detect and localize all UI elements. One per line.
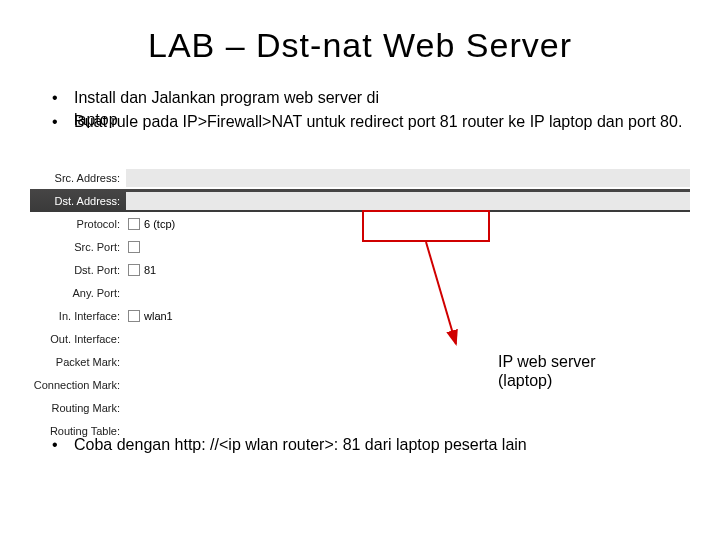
field-connection-mark[interactable] xyxy=(126,376,690,394)
bullet-list: Install dan Jalankan program web server … xyxy=(30,87,690,132)
bottom-bullet-list: Coba dengan http: //<ip wlan router>: 81… xyxy=(50,436,527,454)
label-dst-address: Dst. Address: xyxy=(30,195,126,207)
label-routing-mark: Routing Mark: xyxy=(30,402,126,414)
callout-ip-webserver: IP web server (laptop) xyxy=(498,352,596,390)
invert-checkbox[interactable] xyxy=(128,310,140,322)
value-in-interface[interactable]: wlan1 xyxy=(144,310,173,322)
bullet-3: Coba dengan http: //<ip wlan router>: 81… xyxy=(50,436,527,454)
label-routing-table: Routing Table: xyxy=(30,425,126,437)
row-any-port: Any. Port: xyxy=(30,281,690,304)
row-out-interface: Out. Interface: xyxy=(30,327,690,350)
bullet-3-text: Coba dengan http: //<ip wlan router>: 81… xyxy=(74,436,527,453)
row-in-interface: In. Interface: wlan1 xyxy=(30,304,690,327)
field-any-port[interactable] xyxy=(126,284,690,302)
bullet-1-line1: Install dan Jalankan program web server … xyxy=(74,89,379,106)
invert-checkbox[interactable] xyxy=(128,264,140,276)
row-dst-address: Dst. Address: xyxy=(30,189,690,212)
field-routing-mark[interactable] xyxy=(126,399,690,417)
row-protocol: Protocol: 6 (tcp) xyxy=(30,212,690,235)
callout-line1: IP web server xyxy=(498,352,596,371)
label-protocol: Protocol: xyxy=(30,218,126,230)
bullet-2-text: Buat rule pada IP>Firewall>NAT untuk red… xyxy=(74,113,682,130)
invert-checkbox[interactable] xyxy=(128,241,140,253)
label-src-address: Src. Address: xyxy=(30,172,126,184)
row-dst-port: Dst. Port: 81 xyxy=(30,258,690,281)
nat-form-screenshot: Src. Address: Dst. Address: Protocol: 6 … xyxy=(30,166,690,396)
label-connection-mark: Connection Mark: xyxy=(30,379,126,391)
bullet-2: Buat rule pada IP>Firewall>NAT untuk red… xyxy=(50,111,690,133)
label-out-interface: Out. Interface: xyxy=(30,333,126,345)
invert-checkbox[interactable] xyxy=(128,218,140,230)
row-src-address: Src. Address: xyxy=(30,166,690,189)
field-src-address[interactable] xyxy=(126,169,690,187)
value-protocol[interactable]: 6 (tcp) xyxy=(144,218,175,230)
label-packet-mark: Packet Mark: xyxy=(30,356,126,368)
slide-title: LAB – Dst-nat Web Server xyxy=(30,26,690,65)
field-dst-address[interactable] xyxy=(126,192,690,210)
value-dst-port[interactable]: 81 xyxy=(144,264,156,276)
row-routing-mark: Routing Mark: xyxy=(30,396,690,419)
label-dst-port: Dst. Port: xyxy=(30,264,126,276)
label-src-port: Src. Port: xyxy=(30,241,126,253)
label-any-port: Any. Port: xyxy=(30,287,126,299)
field-packet-mark[interactable] xyxy=(126,353,690,371)
field-out-interface[interactable] xyxy=(126,330,690,348)
callout-line2: (laptop) xyxy=(498,371,596,390)
label-in-interface: In. Interface: xyxy=(30,310,126,322)
bullet-1: Install dan Jalankan program web server … xyxy=(50,87,690,109)
row-src-port: Src. Port: xyxy=(30,235,690,258)
